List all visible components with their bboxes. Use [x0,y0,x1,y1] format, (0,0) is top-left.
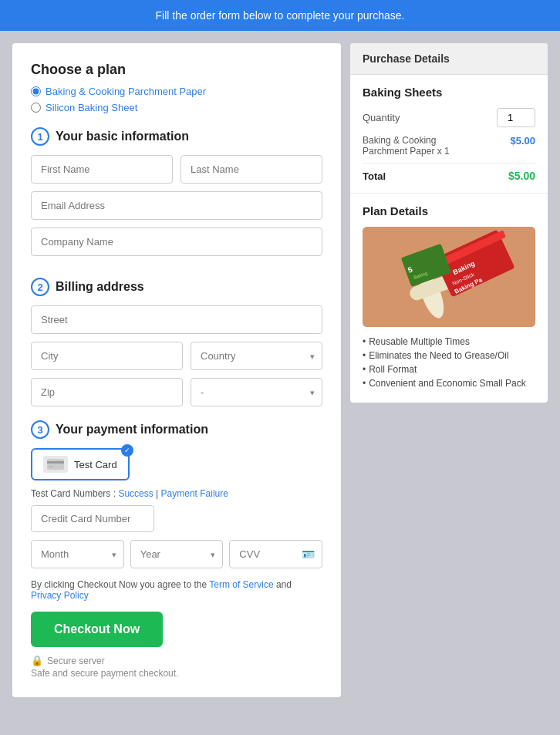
product-image-area: Baking Non-Stick Baking Pa 5 Baking [363,227,535,327]
section3-number: 3 [31,420,49,439]
city-country-row: Country ▾ [31,342,322,370]
company-input[interactable] [31,228,322,256]
main-content: Choose a plan Baking & Cooking Parchment… [0,31,560,735]
year-select[interactable]: Year 20242025 20262027 2028 [130,540,224,568]
plan-radio-1[interactable] [31,86,41,96]
test-card-option[interactable]: Test Card ✓ [31,448,130,480]
feature-item-2: Roll Format [363,364,535,375]
country-select[interactable]: Country [191,342,322,370]
plan-features-list: Reusable Multiple Times Eliminates the N… [363,336,535,389]
lock-icon: 🔒 [31,655,43,666]
state-select[interactable]: - [191,378,322,406]
section3-title: Your payment information [56,423,208,437]
purchase-item-row: Baking & Cooking Parchment Paper x 1 $5.… [363,135,535,164]
terms-service-link[interactable]: Term of Service [209,579,273,590]
secure-server-line: 🔒 Secure server [31,655,322,666]
plan-option-2-label: Silicon Baking Sheet [46,102,137,113]
plan-option-2[interactable]: Silicon Baking Sheet [31,102,322,113]
banner-text: Fill the order form below to complete yo… [156,9,405,22]
email-input[interactable] [31,191,322,220]
terms-prefix: By clicking Checkout Now you agree to th… [31,579,209,590]
test-card-prefix: Test Card Numbers : [31,488,118,499]
total-label: Total [363,170,386,182]
section1-title: Your basic information [56,130,189,143]
terms-middle: and [274,579,292,590]
quantity-input[interactable] [497,108,535,127]
month-wrapper: Month 010203 040506 070809 101112 ▾ [31,540,124,568]
quantity-label: Quantity [363,112,400,123]
payment-expiry-row: Month 010203 040506 070809 101112 ▾ Year… [31,540,322,568]
plan-option-1[interactable]: Baking & Cooking Parchment Paper [31,86,322,97]
plan-details-section: Plan Details Baking Non-Stick [350,193,548,403]
test-card-separator: | [153,488,161,499]
secure-safe-text: Safe and secure payment checkout. [31,668,178,679]
credit-card-icon [47,459,64,470]
purchase-details-header: Purchase Details [350,43,548,75]
section2-title: Billing address [56,280,144,294]
secure-server-text: Secure server [47,656,105,666]
purchase-item-price: $5.00 [510,135,535,157]
name-row [31,155,322,184]
choose-plan-title: Choose a plan [31,62,322,78]
test-card-info: Test Card Numbers : Success | Payment Fa… [31,488,322,499]
feature-item-1: Eliminates the Need to Grease/Oil [363,350,535,361]
street-input[interactable] [31,305,322,334]
svg-rect-2 [49,466,53,467]
card-icon-box [43,456,68,473]
state-wrapper: - ▾ [191,378,322,406]
product-image-svg: Baking Non-Stick Baking Pa 5 Baking [363,227,535,327]
plan-details-title: Plan Details [363,204,535,217]
terms-privacy-link[interactable]: Privacy Policy [31,590,89,601]
card-check-icon: ✓ [121,444,133,457]
zip-input[interactable] [31,378,183,406]
quantity-row: Quantity [363,108,535,127]
plan-option-1-label: Baking & Cooking Parchment Paper [46,86,206,97]
svg-rect-1 [47,461,64,464]
purchase-product-name: Baking Sheets [363,86,535,99]
section1-header: 1 Your basic information [31,127,322,146]
section3-header: 3 Your payment information [31,420,322,439]
test-card-failure-link[interactable]: Payment Failure [161,488,228,499]
month-select[interactable]: Month 010203 040506 070809 101112 [31,540,124,568]
total-row: Total $5.00 [363,170,535,182]
section2-number: 2 [31,278,49,296]
page-wrapper: Fill the order form below to complete yo… [0,0,560,735]
purchase-item-name: Baking & Cooking Parchment Paper x 1 [363,135,471,157]
card-label: Test Card [74,459,117,470]
cc-number-input[interactable] [31,505,154,532]
country-wrapper: Country ▾ [191,342,322,370]
left-panel: Choose a plan Baking & Cooking Parchment… [12,43,341,697]
section1-number: 1 [31,127,49,146]
right-panel: Purchase Details Baking Sheets Quantity … [350,43,548,403]
last-name-input[interactable] [180,155,322,184]
secure-info: 🔒 Secure server Safe and secure payment … [31,655,322,679]
city-input[interactable] [31,342,183,370]
test-card-success-link[interactable]: Success [118,488,153,499]
section2-header: 2 Billing address [31,278,322,296]
svg-rect-0 [47,459,64,470]
card-option-wrapper: Test Card ✓ [31,448,322,480]
cvv-wrapper: 🪪 [229,540,322,568]
total-price: $5.00 [508,170,535,182]
secure-safe-line: Safe and secure payment checkout. [31,668,322,679]
feature-item-3: Convenient and Economic Small Pack [363,378,535,389]
first-name-input[interactable] [31,155,173,184]
top-banner: Fill the order form below to complete yo… [0,0,560,31]
year-wrapper: Year 20242025 20262027 2028 ▾ [130,540,224,568]
terms-text: By clicking Checkout Now you agree to th… [31,579,322,601]
feature-item-0: Reusable Multiple Times [363,336,535,347]
cvv-card-icon: 🪪 [302,548,315,561]
zip-state-row: - ▾ [31,378,322,406]
purchase-details-body: Baking Sheets Quantity Baking & Cooking … [350,75,548,193]
plan-radio-2[interactable] [31,103,41,113]
checkout-button[interactable]: Checkout Now [31,612,163,647]
